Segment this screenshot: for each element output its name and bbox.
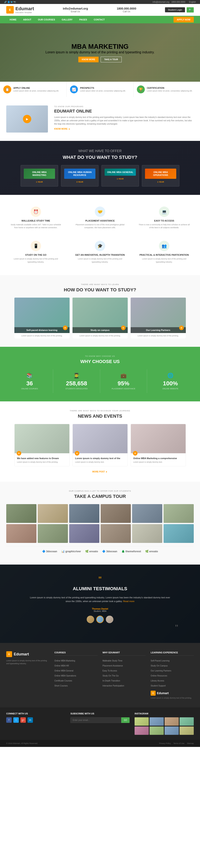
footer-learning-link-0[interactable]: Self-Paced Learning xyxy=(151,660,170,662)
footer-connect: CONNECT WITH US f t g+ in xyxy=(6,712,65,735)
avatar-1[interactable] xyxy=(96,616,104,623)
course-card-2[interactable]: ONLINE MBA GENERAL 1 YEAR xyxy=(101,165,139,187)
campus-img-3 xyxy=(101,504,131,523)
privacy-link[interactable]: Privacy Policy xyxy=(159,742,171,744)
insta-img-1[interactable] xyxy=(149,717,164,726)
insta-img-0[interactable] xyxy=(135,717,149,726)
search-button[interactable]: 🔍 xyxy=(187,7,194,12)
insta-img-5[interactable] xyxy=(149,726,164,735)
course-duration-0: 1 YEAR xyxy=(24,181,55,183)
campus-img-10 xyxy=(132,524,162,543)
footer-learning-link-4[interactable]: Library Access xyxy=(151,680,164,682)
footer-courses-link-3[interactable]: Online MBA Operations xyxy=(54,675,76,677)
know-more-link[interactable]: KNOW MORE ► xyxy=(54,128,70,130)
how-card-1: Study on campus Lorem ipsum is simply du… xyxy=(72,298,128,338)
terms-link[interactable]: Terms of Use xyxy=(173,742,185,744)
footer-why-link-2[interactable]: Easy To Access xyxy=(102,670,117,672)
footer-why-link-0[interactable]: Malleable Study Time xyxy=(102,660,123,662)
topbar-email: info@edumart.org xyxy=(153,1,169,3)
social-icons: f t g+ in xyxy=(6,717,65,723)
googleplus-icon[interactable]: g+ xyxy=(21,717,26,723)
list-item: In-Depth Transition xyxy=(102,679,146,682)
campus-img-1 xyxy=(38,504,68,523)
footer-col-courses: COURSES Online MBA Marketing Online MBA … xyxy=(54,651,98,699)
testimonial-read-more[interactable]: Read more xyxy=(123,600,134,602)
list-item: Easy To Access xyxy=(102,669,146,672)
twitter-icon[interactable]: t xyxy=(13,717,19,723)
benefit-3: 📱 STUDY ON THE GO Lorem ipsum is simply … xyxy=(6,237,65,267)
stats-grid: 📚 36 ONLINE COURSES 👨‍🎓 258,658 STUDENTS… xyxy=(6,369,194,393)
stat-label-1: STUDENTS GRADUATED xyxy=(57,388,96,390)
about-title: EDUMART ONLINE xyxy=(54,109,194,114)
how-img-2: Our Learning Partners xyxy=(131,298,186,333)
footer-courses-link-1[interactable]: Online MBA HR xyxy=(54,664,69,667)
partner-4: 🌲 themeforest xyxy=(122,550,141,553)
how-card-plus-0[interactable]: + xyxy=(63,326,67,330)
footer-learning-link-3[interactable]: Online Resources xyxy=(151,675,167,677)
topbar-lang[interactable]: English xyxy=(189,1,196,3)
insta-img-3[interactable] xyxy=(179,717,194,726)
footer-learning-link-2[interactable]: Our Learning Partners xyxy=(151,670,171,672)
feature-apply: 📋 APPLY ONLINE Lorem ipsum dolor sit ame… xyxy=(0,82,67,97)
feature-apply-desc: Lorem ipsum dolor sit amet, consectetur … xyxy=(13,90,59,92)
apply-icon: 📋 xyxy=(3,86,11,93)
course-card-1[interactable]: ONLINE MBA HUMAN RESOURCE 3 YEAR xyxy=(61,165,99,187)
subscribe-button[interactable]: GO xyxy=(121,717,130,723)
footer-learning-link-5[interactable]: Student Support xyxy=(151,685,166,687)
insta-img-4[interactable] xyxy=(135,726,149,735)
course-card-0[interactable]: ONLINE MBA MARKETING 1 YEAR xyxy=(21,165,58,187)
know-more-label: KNOW MORE xyxy=(54,128,67,130)
insta-img-7[interactable] xyxy=(179,726,194,735)
take-tour-button[interactable]: TAKE A TOUR xyxy=(101,57,122,62)
how-img-0: Self-paced distance learning xyxy=(14,298,70,333)
study-content: WHAT WE HAVE TO OFFER WHAT DO YOU WANT T… xyxy=(0,141,200,195)
nav-home[interactable]: Home xyxy=(6,16,20,23)
play-button[interactable]: ▶ xyxy=(23,115,31,123)
footer-instagram: INSTAGRAM xyxy=(135,712,194,735)
how-card-plus-2[interactable]: + xyxy=(179,326,184,330)
benefit-title-2: EASY TO ACCESS xyxy=(138,219,191,222)
news-plus-0[interactable]: + xyxy=(17,451,21,456)
footer-courses-link-0[interactable]: Online MBA Marketing xyxy=(54,660,75,662)
more-post-link[interactable]: MORE POST ► xyxy=(92,471,108,473)
avatar-2[interactable] xyxy=(106,616,113,623)
facebook-icon[interactable]: f xyxy=(6,717,12,723)
footer-why-link-1[interactable]: Placement Assistance xyxy=(102,664,123,667)
how-card-plus-1[interactable]: + xyxy=(121,326,126,330)
subscribe-input[interactable] xyxy=(70,717,121,723)
footer-learning-link-1[interactable]: Study On Campus xyxy=(151,664,168,667)
nav-gallery[interactable]: Gallery xyxy=(58,16,76,23)
footer-why-link-5[interactable]: Interactive Participation xyxy=(102,685,124,687)
footer-courses-link-4[interactable]: Certificate Courses xyxy=(54,680,72,682)
how-title: HOW DO YOU WANT TO STUDY? xyxy=(6,287,194,292)
nav-courses[interactable]: Our Courses xyxy=(35,16,58,23)
footer-courses-link-2[interactable]: Online MBA General xyxy=(54,670,73,672)
logo-icon: E xyxy=(6,6,14,13)
insta-img-6[interactable] xyxy=(165,726,179,735)
news-card-2: + Online MBA Marketing a comprehensive L… xyxy=(131,424,186,466)
apply-button[interactable]: Apply Now xyxy=(173,17,194,23)
news-plus-2[interactable]: + xyxy=(133,451,137,456)
login-button[interactable]: Student Login xyxy=(165,7,185,12)
course-card-3[interactable]: ONLINE MBA OPERATIONS 1 YEAR xyxy=(142,165,179,187)
insta-img-2[interactable] xyxy=(165,717,179,726)
how-card-label-2: Our Learning Partners xyxy=(131,327,186,333)
campus-img-0 xyxy=(6,504,36,523)
footer-why-link-4[interactable]: In-Depth Transition xyxy=(102,680,120,682)
news-label: THERE ARE MANY WAYS TO MAXIMIZE YOUR LEA… xyxy=(6,410,194,412)
why-title: WHY CHOOSE US xyxy=(6,359,194,364)
benefit-desc-1: Placement assistance to one of the most … xyxy=(74,223,126,229)
study-title: WHAT DO YOU WANT TO STUDY? xyxy=(6,155,194,160)
news-plus-1[interactable]: + xyxy=(75,451,79,456)
nav-contact[interactable]: Contact xyxy=(91,16,108,23)
nav-pages[interactable]: Pages xyxy=(76,16,91,23)
avatar-0[interactable] xyxy=(87,616,94,623)
quote-open-icon: " xyxy=(6,575,194,584)
nav-about[interactable]: About xyxy=(20,16,35,23)
linkedin-icon[interactable]: in xyxy=(28,717,33,723)
sitemap-link[interactable]: Sitemap xyxy=(187,742,194,744)
footer-courses-link-5[interactable]: Short Courses xyxy=(54,685,68,687)
testimonial-author: Thomas Daniel xyxy=(6,608,194,610)
know-more-button[interactable]: KNOW MORE xyxy=(78,57,98,62)
footer-why-link-3[interactable]: Study On The Go xyxy=(102,675,119,677)
